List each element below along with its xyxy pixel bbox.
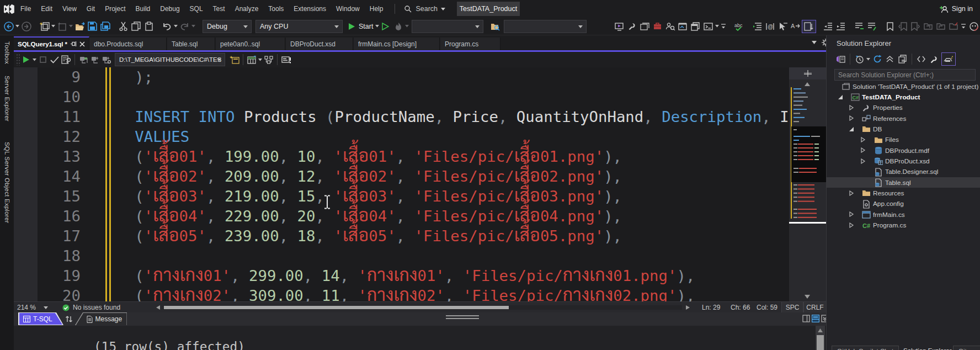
- tree-item-program.cs[interactable]: C#Program.cs: [827, 220, 980, 230]
- navigate-forward-button[interactable]: [20, 19, 33, 34]
- dropdown-caret-icon[interactable]: [173, 19, 178, 34]
- search-control[interactable]: Search: [404, 5, 445, 13]
- document-tab-dbproduct.xsd[interactable]: DBProDuct.xsd: [286, 38, 353, 50]
- tree-item-files[interactable]: Files: [827, 135, 980, 145]
- tree-item-resources[interactable]: Resources: [827, 188, 980, 198]
- select-pointer-button[interactable]: [776, 19, 789, 34]
- expander-collapsed-icon[interactable]: [860, 158, 866, 164]
- dropdown-caret-icon[interactable]: [404, 19, 409, 34]
- tool-tab-git-ch[interactable]: Git Ch: [953, 346, 980, 350]
- scroll-up-icon[interactable]: [818, 328, 823, 332]
- menu-project[interactable]: Project: [100, 0, 130, 18]
- menu-edit[interactable]: Edit: [36, 0, 57, 18]
- search-dropdown-empty[interactable]: [504, 20, 587, 33]
- attach-button[interactable]: [626, 19, 638, 34]
- expander-collapsed-icon[interactable]: [860, 147, 866, 153]
- menu-analyze[interactable]: Analyze: [230, 0, 264, 18]
- split-horizontal-icon-active[interactable]: [812, 315, 819, 322]
- new-project-button[interactable]: [38, 19, 51, 34]
- toggle-bookmark-button[interactable]: [883, 19, 896, 34]
- execute-query-button[interactable]: [20, 52, 32, 67]
- next-bookmark-folder-button[interactable]: [934, 19, 947, 34]
- sign-in-button[interactable]: Sign in: [939, 0, 973, 18]
- toggle-selection-button[interactable]: [802, 20, 816, 33]
- dropdown-caret-icon[interactable]: [32, 52, 37, 67]
- expander-collapsed-icon[interactable]: [849, 211, 854, 217]
- tree-item-properties[interactable]: Properties: [827, 103, 980, 113]
- horizontal-scrollbar[interactable]: [163, 305, 682, 310]
- dropdown-caret-icon[interactable]: [258, 52, 263, 67]
- expander-expanded-icon[interactable]: [838, 94, 843, 100]
- menu-test[interactable]: Test: [208, 0, 230, 18]
- dropdown-caret-icon[interactable]: [51, 19, 56, 34]
- window-layout-button[interactable]: [689, 19, 702, 34]
- copy-button[interactable]: [130, 19, 142, 34]
- tree-item-dbproduct.xsd[interactable]: DBProDuct.xsd: [827, 156, 980, 166]
- dropdown-caret-icon[interactable]: [68, 19, 73, 34]
- side-tab-sql-server-object-explorer[interactable]: SQL Server Object Explorer: [0, 142, 14, 223]
- toolbar-grip[interactable]: [16, 54, 20, 66]
- show-all-files-button[interactable]: [915, 52, 928, 66]
- new-query-button[interactable]: [228, 52, 240, 67]
- health-indicator[interactable]: No issues found: [62, 302, 120, 313]
- menu-extensions[interactable]: Extensions: [289, 0, 331, 18]
- switch-views-button[interactable]: [834, 52, 847, 66]
- results-vertical-scrollbar[interactable]: [816, 326, 825, 350]
- navigate-back-button[interactable]: [2, 19, 15, 34]
- properties-button[interactable]: [928, 52, 940, 66]
- platform-dropdown[interactable]: Any CPU: [255, 20, 343, 33]
- split-editor-handle[interactable]: [789, 67, 826, 79]
- previous-bookmark-button[interactable]: [896, 19, 909, 34]
- parse-query-button[interactable]: [49, 52, 60, 67]
- menu-tools[interactable]: Tools: [263, 0, 289, 18]
- tab-list-chevron-icon[interactable]: [812, 41, 817, 44]
- tool-tab-solution-explorer[interactable]: Solution Explorer: [898, 346, 957, 350]
- collapse-all-button[interactable]: [883, 52, 896, 66]
- expander-collapsed-icon[interactable]: [849, 222, 854, 228]
- scroll-right-icon[interactable]: [686, 305, 690, 310]
- redo-button[interactable]: [178, 19, 191, 34]
- menu-git[interactable]: Git: [82, 0, 100, 18]
- copilot-badge-button[interactable]: [967, 19, 980, 34]
- tab-tsql[interactable]: T-SQL: [19, 313, 62, 325]
- home-button[interactable]: [677, 19, 689, 34]
- document-tab-dbo.products.sql[interactable]: dbo.Products.sql: [89, 38, 167, 50]
- live-share-button[interactable]: [664, 19, 677, 34]
- tree-item-frmmain.cs[interactable]: frmMain.cs: [827, 209, 980, 220]
- prev-bookmark-folder-button[interactable]: [922, 19, 934, 34]
- expander-expanded-icon[interactable]: [849, 126, 854, 132]
- status-spaces[interactable]: SPC: [781, 302, 803, 313]
- code-editor[interactable]: 91011121314151617181920 ); INSERT INTO P…: [14, 67, 789, 301]
- increase-indent-button[interactable]: [834, 19, 847, 34]
- disconnect-button[interactable]: [89, 52, 101, 67]
- expander-collapsed-icon[interactable]: [860, 137, 866, 142]
- clear-bookmarks-button[interactable]: [947, 19, 960, 34]
- save-all-button[interactable]: [99, 19, 111, 34]
- at-symbol-button[interactable]: @: [764, 19, 776, 34]
- cut-button[interactable]: [117, 19, 130, 34]
- document-tab-frmmain.cs-design-[interactable]: frmMain.cs [Design]: [354, 38, 440, 50]
- tab-message[interactable]: Message: [76, 313, 127, 325]
- toolbar-overflow[interactable]: [720, 19, 727, 34]
- intellisense-button[interactable]: [280, 52, 292, 67]
- code-text[interactable]: ); INSERT INTO Products (ProductName, Pr…: [99, 67, 790, 301]
- swap-order-icon[interactable]: [65, 315, 73, 323]
- terminal-button[interactable]: [702, 19, 715, 34]
- menu-debug[interactable]: Debug: [155, 0, 184, 18]
- properties-pages-button[interactable]: [896, 52, 909, 66]
- tree-item-db[interactable]: DB: [827, 124, 980, 134]
- comment-button[interactable]: [853, 19, 865, 34]
- document-tab-sqlquery1.sql[interactable]: SQLQuery1.sql *: [14, 36, 89, 50]
- tree-item-testdata-product[interactable]: C#TestDATA_Product: [827, 92, 980, 102]
- pin-icon[interactable]: [70, 41, 77, 47]
- schema-compare-button[interactable]: [263, 52, 274, 67]
- refresh-button[interactable]: [871, 52, 883, 66]
- tree-item-table.designer.sql[interactable]: Table.Designer.sql: [827, 167, 980, 177]
- test-explorer-button[interactable]: [651, 19, 664, 34]
- solution-explorer-search-input[interactable]: Search Solution Explorer (Ctrl+;): [834, 69, 976, 81]
- display-table-button[interactable]: [246, 52, 258, 67]
- change-connection-button[interactable]: [101, 52, 113, 67]
- menu-help[interactable]: Help: [365, 0, 388, 18]
- pending-changes-filter-button[interactable]: [853, 52, 866, 66]
- tool-tab-github-copilot-chat[interactable]: GitHub Copilot Chat: [832, 346, 899, 350]
